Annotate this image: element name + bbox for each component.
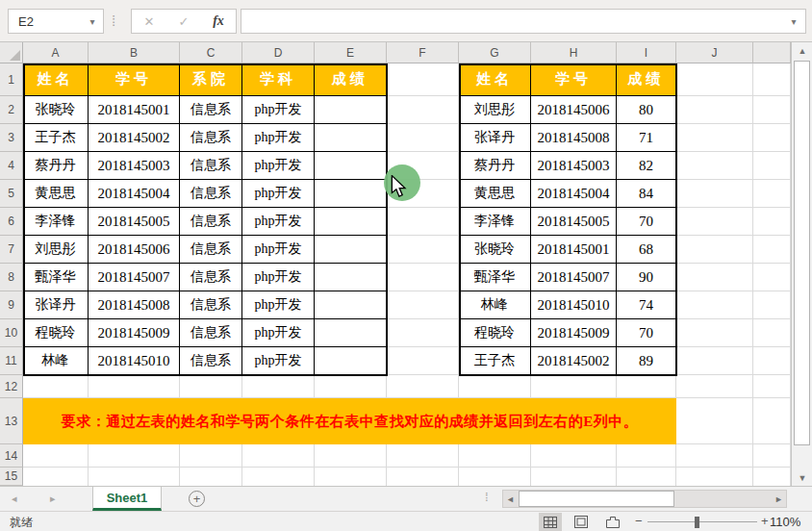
prev-sheet-icon[interactable]: ◂	[12, 493, 17, 505]
cell-A4[interactable]: 蔡丹丹	[23, 152, 89, 180]
cell-D7[interactable]: php开发	[242, 236, 315, 264]
cell[interactable]	[676, 96, 753, 124]
normal-view-button[interactable]	[539, 513, 562, 531]
cell[interactable]	[753, 208, 791, 236]
row-header-8[interactable]: 8	[0, 264, 23, 291]
cell-B9[interactable]: 2018145008	[89, 291, 180, 319]
scroll-down-icon[interactable]: ▼	[792, 469, 812, 486]
cell[interactable]	[676, 398, 753, 444]
cell-B11[interactable]: 2018145010	[89, 347, 180, 375]
cell-E3[interactable]	[315, 124, 387, 152]
zoom-slider-track[interactable]	[647, 521, 757, 522]
row-header-1[interactable]: 1	[0, 63, 23, 96]
column-header-H[interactable]: H	[531, 42, 617, 63]
cell-E9[interactable]	[315, 291, 387, 319]
cell[interactable]	[387, 444, 459, 468]
column-header-I[interactable]: I	[617, 42, 676, 63]
cell[interactable]	[23, 444, 89, 468]
cell-I3[interactable]: 71	[617, 124, 676, 152]
cell-I5[interactable]: 84	[617, 180, 676, 208]
cell-E10[interactable]	[315, 319, 387, 347]
cell[interactable]	[676, 180, 753, 208]
cell-G11[interactable]: 王子杰	[459, 347, 531, 375]
horizontal-scrollbar[interactable]: ◄ ►	[502, 490, 787, 508]
cell-B2[interactable]: 2018145001	[89, 96, 180, 124]
formula-bar[interactable]: ▾	[241, 9, 806, 34]
cell-D10[interactable]: php开发	[242, 319, 315, 347]
cell-I6[interactable]: 70	[617, 208, 676, 236]
name-box-chevron-icon[interactable]: ▾	[82, 16, 103, 27]
cell[interactable]	[753, 180, 791, 208]
row-header-15[interactable]: 15	[0, 468, 23, 486]
cell-I4[interactable]: 82	[617, 152, 676, 180]
cell-B6[interactable]: 2018145005	[89, 208, 180, 236]
row-header-9[interactable]: 9	[0, 291, 23, 319]
row-header-14[interactable]: 14	[0, 444, 23, 468]
cell-H8[interactable]: 2018145007	[531, 264, 617, 291]
cell-D9[interactable]: php开发	[242, 291, 315, 319]
column-header-partial[interactable]	[753, 42, 791, 63]
horizontal-scrollbar-thumb[interactable]	[519, 491, 674, 507]
cell[interactable]	[387, 319, 459, 347]
cell[interactable]	[387, 208, 459, 236]
cell[interactable]	[180, 375, 242, 398]
cell-G7[interactable]: 张晓玲	[459, 236, 531, 264]
cell[interactable]	[753, 152, 791, 180]
cell-A9[interactable]: 张译丹	[23, 291, 89, 319]
cell[interactable]	[242, 375, 315, 398]
column-header-J[interactable]: J	[676, 42, 753, 63]
cell-D6[interactable]: php开发	[242, 208, 315, 236]
column-header-D[interactable]: D	[242, 42, 315, 63]
cell-G8[interactable]: 甄泽华	[459, 264, 531, 291]
cell[interactable]	[753, 319, 791, 347]
zoom-out-button[interactable]: −	[635, 514, 643, 528]
cell-C10[interactable]: 信息系	[180, 319, 242, 347]
vertical-scrollbar[interactable]: ▲ ▼	[791, 42, 812, 486]
cell-B4[interactable]: 2018145003	[89, 152, 180, 180]
enter-icon[interactable]: ✓	[169, 14, 198, 29]
cell-D1[interactable]: 学科	[242, 63, 315, 96]
cell-E5[interactable]	[315, 180, 387, 208]
cell-G1[interactable]: 姓名	[459, 63, 531, 96]
zoom-in-button[interactable]: +	[761, 514, 769, 528]
vertical-scrollbar-thumb[interactable]	[794, 61, 810, 445]
cell-C4[interactable]: 信息系	[180, 152, 242, 180]
cell-H7[interactable]: 2018145001	[531, 236, 617, 264]
cell-C9[interactable]: 信息系	[180, 291, 242, 319]
cell[interactable]	[753, 347, 791, 375]
cell-A8[interactable]: 甄泽华	[23, 264, 89, 291]
cell[interactable]	[676, 319, 753, 347]
page-break-view-button[interactable]	[601, 513, 624, 531]
cell[interactable]	[676, 236, 753, 264]
row-header-7[interactable]: 7	[0, 236, 23, 264]
cell-D4[interactable]: php开发	[242, 152, 315, 180]
cell-A1[interactable]: 姓名	[23, 63, 89, 96]
cell-I8[interactable]: 90	[617, 264, 676, 291]
cell-A7[interactable]: 刘思彤	[23, 236, 89, 264]
cell[interactable]	[459, 444, 531, 468]
sheet-tab-sheet1[interactable]: Sheet1	[92, 487, 162, 511]
cell-B5[interactable]: 2018145004	[89, 180, 180, 208]
cell[interactable]	[23, 375, 89, 398]
cell[interactable]	[676, 208, 753, 236]
cell[interactable]	[753, 444, 791, 468]
scroll-right-icon[interactable]: ►	[772, 491, 786, 507]
cell-D3[interactable]: php开发	[242, 124, 315, 152]
cell[interactable]	[387, 291, 459, 319]
row-header-2[interactable]: 2	[0, 96, 23, 124]
column-header-C[interactable]: C	[180, 42, 242, 63]
cell[interactable]	[676, 291, 753, 319]
column-header-A[interactable]: A	[23, 42, 89, 63]
cell-G6[interactable]: 李泽锋	[459, 208, 531, 236]
cell[interactable]	[387, 63, 459, 96]
cell-G5[interactable]: 黄思思	[459, 180, 531, 208]
cell[interactable]	[753, 398, 791, 444]
cell-E2[interactable]	[315, 96, 387, 124]
row-header-6[interactable]: 6	[0, 208, 23, 236]
cell-A2[interactable]: 张晓玲	[23, 96, 89, 124]
row-header-13[interactable]: 13	[0, 398, 23, 444]
cell-H1[interactable]: 学号	[531, 63, 617, 96]
column-header-F[interactable]: F	[387, 42, 459, 63]
cell[interactable]	[617, 444, 676, 468]
cell[interactable]	[676, 152, 753, 180]
